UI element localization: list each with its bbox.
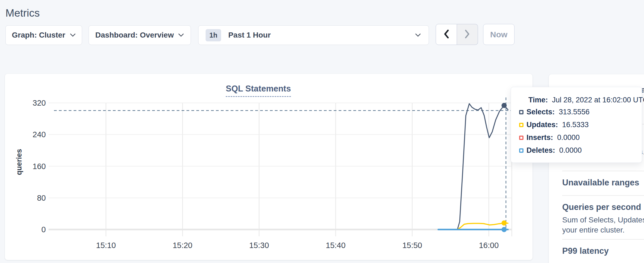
y-tick-label: 160 [33,162,46,171]
chevron-left-icon [444,29,449,39]
sidebar-divider [562,195,644,196]
chevron-down-icon [178,33,184,37]
sql-statements-chart-card: 08016024032015:1015:2015:3015:4015:5016:… [5,74,532,260]
hover-dot-deletes [501,227,507,232]
y-tick-label: 80 [37,194,46,202]
time-pager [436,24,478,45]
tooltip-deletes-row: Deletes: 0.0000 [519,144,642,157]
sidebar-heading-unavailable-ranges: Unavailable ranges [562,178,639,188]
chart-hover-tooltip: Time: Jul 28, 2022 at 16:02:00 UTC Selec… [511,87,642,163]
y-axis-label: queries [15,149,23,175]
series-line-updates [438,223,508,230]
hover-dot-selects [501,103,507,108]
x-tick-label: 15:50 [402,241,422,250]
inserts-series-swatch-icon [519,136,523,140]
next-time-button[interactable] [457,24,478,45]
chart-title[interactable]: SQL Statements [226,84,291,97]
tooltip-time-label: Time: [528,96,548,104]
time-range-dropdown[interactable]: 1h Past 1 Hour [198,25,429,45]
previous-time-button[interactable] [436,24,457,45]
sidebar-divider [562,239,644,240]
dashboard-selector-dropdown[interactable]: Dashboard: Overview [89,25,191,45]
tooltip-deletes-label: Deletes: [526,146,555,155]
x-tick-label: 15:30 [249,241,269,250]
time-range-label: Past 1 Hour [228,31,271,39]
chart-title-wrap: SQL Statements [5,84,512,97]
now-button[interactable]: Now [483,24,514,45]
selects-series-swatch-icon [519,110,523,114]
sidebar-description-line: Sum of Selects, Updates, Inser [562,215,644,225]
tooltip-selects-row: Selects: 313.5556 [519,106,642,118]
x-tick-label: 15:40 [326,241,346,250]
x-tick-label: 15:10 [96,241,116,250]
series-line-selects [438,104,508,230]
time-range-badge: 1h [206,29,221,41]
page-title: Metrics [5,7,40,19]
tooltip-time-row: Time: Jul 28, 2022 at 16:02:00 UTC [519,94,642,106]
chevron-down-icon [415,33,421,37]
hover-dot-updates [501,220,507,225]
tooltip-inserts-row: Inserts: 0.0000 [519,131,642,144]
tooltip-selects-label: Selects: [526,108,555,116]
tooltip-updates-value: 16.5333 [562,121,589,129]
tooltip-time-value: Jul 28, 2022 at 16:02:00 UTC [552,96,644,104]
sidebar-heading-p99-latency: P99 latency [562,246,609,256]
updates-series-swatch-icon [519,123,523,127]
tooltip-updates-label: Updates: [526,121,558,129]
y-tick-label: 320 [33,99,46,107]
tooltip-inserts-value: 0.0000 [557,133,580,142]
chevron-right-icon [465,29,470,39]
tooltip-selects-value: 313.5556 [559,108,590,116]
x-tick-label: 15:20 [173,241,192,250]
sql-statements-plot[interactable]: 08016024032015:1015:2015:3015:4015:5016:… [5,74,532,260]
x-tick-label: 16:00 [479,241,499,250]
deletes-series-swatch-icon [519,148,523,153]
tooltip-deletes-value: 0.0000 [559,146,582,155]
sidebar-description-line: your entire cluster. [562,225,625,235]
tooltip-inserts-label: Inserts: [526,133,553,142]
dashboard-selector-label: Dashboard: Overview [95,31,174,39]
sidebar-heading-queries-per-second: Queries per second [562,202,641,212]
sidebar-divider [562,171,644,171]
chevron-down-icon [70,33,76,37]
graph-selector-dropdown[interactable]: Graph: Cluster [5,25,82,45]
y-tick-label: 240 [33,130,46,139]
graph-selector-label: Graph: Cluster [12,31,65,39]
y-tick-label: 0 [41,225,46,234]
tooltip-updates-row: Updates: 16.5333 [519,118,642,131]
